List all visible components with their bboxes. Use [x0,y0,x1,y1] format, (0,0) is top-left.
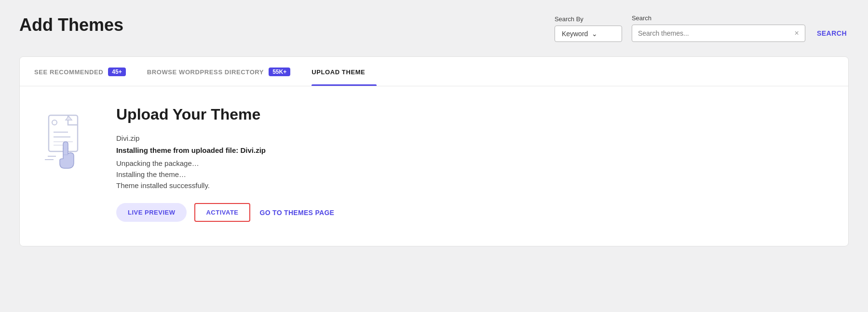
search-label: Search [632,14,805,22]
status-installing: Installing the theme… [116,170,834,178]
go-to-themes-button[interactable]: GO TO THEMES PAGE [258,204,337,221]
search-input[interactable] [638,29,795,37]
main-card: SEE RECOMMENDED 45+ BROWSE WORDPRESS DIR… [19,56,849,246]
tab-see-recommended[interactable]: SEE RECOMMENDED 45+ [34,57,137,86]
tab-badge-recommended: 45+ [108,68,125,76]
status-success: Theme installed successfully. [116,181,834,190]
search-by-label: Search By [555,15,622,23]
tabs-row: SEE RECOMMENDED 45+ BROWSE WORDPRESS DIR… [20,57,848,86]
chevron-down-icon: ⌄ [592,30,615,38]
upload-content: Upload Your Theme Divi.zip Installing th… [116,106,834,222]
install-message: Installing theme from uploaded file: Div… [116,146,834,154]
action-buttons: LIVE PREVIEW ACTIVATE GO TO THEMES PAGE [116,203,834,222]
clear-icon[interactable]: × [795,29,799,38]
activate-button[interactable]: ACTIVATE [194,203,250,222]
tab-label-recommended: SEE RECOMMENDED [34,68,103,76]
search-by-select[interactable]: Keyword ⌄ [555,26,622,42]
search-area: Search By Keyword ⌄ Search × SEARCH [555,14,849,42]
status-unpacking: Unpacking the package… [116,159,834,167]
tab-label-browse: BROWSE WORDPRESS DIRECTORY [147,68,264,76]
tab-browse-directory[interactable]: BROWSE WORDPRESS DIRECTORY 55K+ [147,57,302,86]
search-group: Search × [632,14,805,42]
search-button[interactable]: SEARCH [815,26,849,41]
tab-upload-theme[interactable]: UPLOAD THEME [312,58,377,85]
file-name: Divi.zip [116,134,834,142]
live-preview-button[interactable]: LIVE PREVIEW [116,203,187,222]
search-by-group: Search By Keyword ⌄ [555,15,622,42]
tab-label-upload: UPLOAD THEME [312,68,365,76]
search-by-value: Keyword [562,30,588,38]
content-area: Upload Your Theme Divi.zip Installing th… [20,86,848,246]
search-input-wrapper: × [632,25,805,42]
tab-badge-browse: 55K+ [269,68,290,76]
upload-title: Upload Your Theme [116,106,834,123]
page-title: Add Themes [19,14,123,35]
upload-illustration [34,110,97,175]
